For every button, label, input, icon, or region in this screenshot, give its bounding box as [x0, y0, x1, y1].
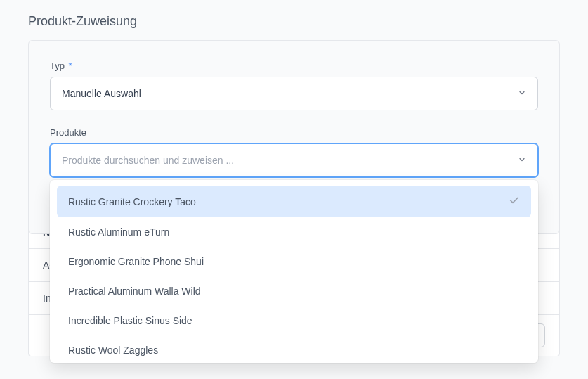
products-placeholder: Produkte durchsuchen und zuweisen ...	[62, 155, 518, 166]
option-label: Rustic Aluminum eTurn	[68, 226, 169, 238]
dropdown-option[interactable]: Rustic Granite Crockery Taco	[57, 186, 531, 217]
form-card: Typ * Manuelle Auswahl Produkte Produkte…	[28, 40, 560, 234]
type-select-value: Manuelle Auswahl	[62, 88, 518, 99]
option-label: Ergonomic Granite Phone Shui	[68, 256, 204, 267]
dropdown-option[interactable]: Rustic Aluminum eTurn	[57, 217, 531, 247]
option-label: Incredible Plastic Sinus Side	[68, 315, 192, 326]
chevron-down-icon	[518, 88, 526, 99]
dropdown-option[interactable]: Incredible Plastic Sinus Side	[57, 306, 531, 335]
type-select[interactable]: Manuelle Auswahl	[50, 77, 538, 110]
type-label: Typ *	[50, 60, 538, 71]
dropdown-option[interactable]: Ergonomic Granite Phone Shui	[57, 247, 531, 276]
products-label: Produkte	[50, 127, 538, 138]
chevron-down-icon	[518, 155, 526, 166]
type-field-group: Typ * Manuelle Auswahl	[50, 60, 538, 110]
option-label: Rustic Granite Crockery Taco	[68, 196, 196, 207]
type-label-text: Typ	[50, 60, 65, 71]
dropdown-option[interactable]: Practical Aluminum Walla Wild	[57, 276, 531, 306]
required-indicator: *	[69, 60, 72, 71]
option-label: Rustic Wool Zaggles	[68, 345, 158, 356]
products-select[interactable]: Produkte durchsuchen und zuweisen ...	[50, 143, 538, 177]
products-dropdown: Rustic Granite Crockery TacoRustic Alumi…	[50, 180, 538, 363]
dropdown-option[interactable]: Rustic Wool Zaggles	[57, 335, 531, 357]
page-title: Produkt-Zuweisung	[0, 0, 588, 40]
products-option-list[interactable]: Rustic Granite Crockery TacoRustic Alumi…	[50, 186, 538, 357]
check-icon	[509, 195, 520, 208]
option-label: Practical Aluminum Walla Wild	[68, 285, 201, 297]
products-field-group: Produkte Produkte durchsuchen und zuweis…	[50, 127, 538, 177]
